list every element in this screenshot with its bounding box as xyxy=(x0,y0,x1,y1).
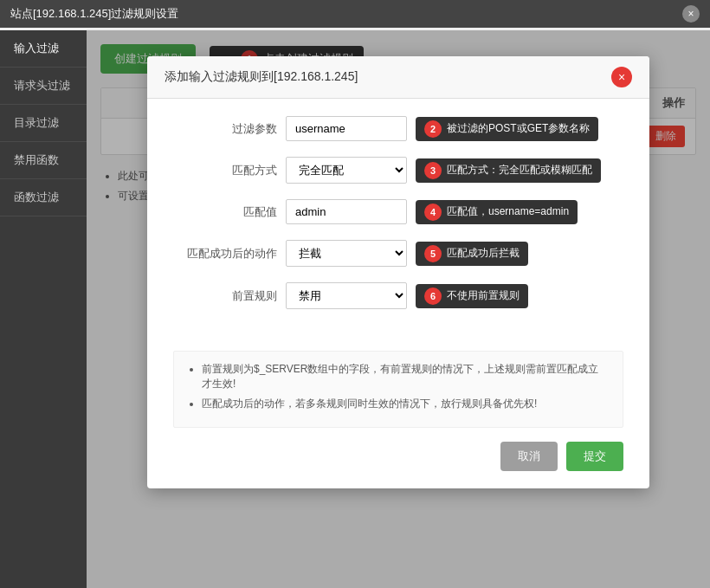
step-badge-5: 5 xyxy=(424,245,442,262)
input-filter-param[interactable] xyxy=(286,116,407,141)
modal-notes: 前置规则为$_SERVER数组中的字段，有前置规则的情况下，上述规则需前置匹配成… xyxy=(173,351,623,428)
label-match-action: 匹配成功后的动作 xyxy=(173,246,277,262)
label-pre-rule: 前置规则 xyxy=(173,288,277,304)
step-badge-6: 6 xyxy=(424,288,442,305)
sidebar-item-request-filter[interactable]: 请求头过滤 xyxy=(0,68,87,105)
sidebar-item-func-filter[interactable]: 函数过滤 xyxy=(0,179,87,216)
select-pre-rule[interactable]: 禁用 启用 xyxy=(286,282,407,309)
form-row-match-action: 匹配成功后的动作 拦截 放行 记录 5 匹配成功后拦截 xyxy=(173,240,623,267)
modal-header: 添加输入过滤规则到[192.168.1.245] × xyxy=(147,56,649,99)
select-match-mode[interactable]: 完全匹配 模糊匹配 xyxy=(286,157,407,184)
form-row-filter-param: 过滤参数 2 被过滤的POST或GET参数名称 xyxy=(173,116,623,141)
annotation-step4: 4 匹配值，username=admin xyxy=(416,200,578,224)
modal-dialog: 添加输入过滤规则到[192.168.1.245] × 过滤参数 2 被过滤的PO… xyxy=(147,56,649,488)
cancel-button[interactable]: 取消 xyxy=(500,442,558,471)
modal-footer: 取消 提交 xyxy=(147,428,649,471)
step-badge-2: 2 xyxy=(424,120,442,138)
sidebar-item-banned-func[interactable]: 禁用函数 xyxy=(0,142,87,179)
input-match-value[interactable] xyxy=(286,199,407,224)
step-badge-3: 3 xyxy=(424,162,442,179)
annotation-step2: 2 被过滤的POST或GET参数名称 xyxy=(416,117,598,141)
form-row-pre-rule: 前置规则 禁用 启用 6 不使用前置规则 xyxy=(173,282,623,309)
page-wrapper: 站点[192.168.1.245]过滤规则设置 × 输入过滤 请求头过滤 目录过… xyxy=(0,0,710,588)
page-title: 站点[192.168.1.245]过滤规则设置 xyxy=(10,6,178,22)
title-bar: 站点[192.168.1.245]过滤规则设置 × xyxy=(0,0,710,28)
label-filter-param: 过滤参数 xyxy=(173,121,277,137)
select-match-action[interactable]: 拦截 放行 记录 xyxy=(286,240,407,267)
modal-note-2: 匹配成功后的动作，若多条规则同时生效的情况下，放行规则具备优先权! xyxy=(202,397,609,411)
step-badge-4: 4 xyxy=(424,204,442,221)
label-match-value: 匹配值 xyxy=(173,204,277,220)
annotation-step5: 5 匹配成功后拦截 xyxy=(416,242,528,266)
modal-body: 过滤参数 2 被过滤的POST或GET参数名称 匹配方式 完全匹配 模糊匹配 xyxy=(147,99,649,342)
sidebar-item-dir-filter[interactable]: 目录过滤 xyxy=(0,105,87,142)
modal-overlay: 添加输入过滤规则到[192.168.1.245] × 过滤参数 2 被过滤的PO… xyxy=(87,30,710,588)
sidebar-item-input-filter[interactable]: 输入过滤 xyxy=(0,30,87,68)
title-close-button[interactable]: × xyxy=(682,5,700,23)
label-match-mode: 匹配方式 xyxy=(173,163,277,178)
modal-note-1: 前置规则为$_SERVER数组中的字段，有前置规则的情况下，上述规则需前置匹配成… xyxy=(202,362,609,391)
annotation-step3: 3 匹配方式：完全匹配或模糊匹配 xyxy=(416,158,601,183)
form-row-match-mode: 匹配方式 完全匹配 模糊匹配 3 匹配方式：完全匹配或模糊匹配 xyxy=(173,157,623,184)
annotation-step6: 6 不使用前置规则 xyxy=(416,284,528,308)
modal-title: 添加输入过滤规则到[192.168.1.245] xyxy=(165,69,358,85)
form-row-match-value: 匹配值 4 匹配值，username=admin xyxy=(173,199,623,224)
sidebar: 输入过滤 请求头过滤 目录过滤 禁用函数 函数过滤 xyxy=(0,30,87,588)
submit-button[interactable]: 提交 xyxy=(566,442,623,471)
modal-close-button[interactable]: × xyxy=(611,67,632,87)
